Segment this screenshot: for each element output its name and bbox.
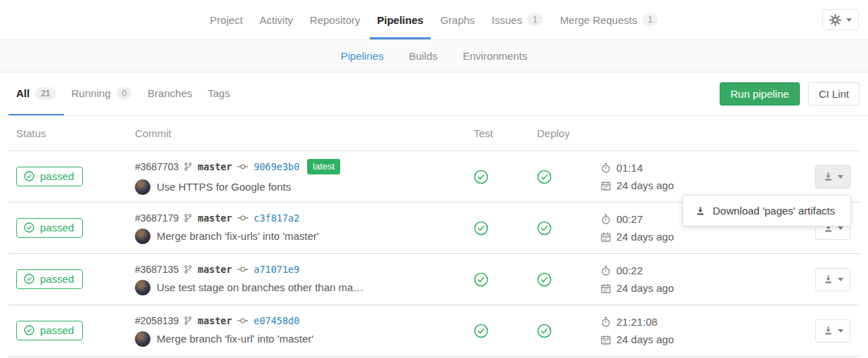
top-navigation: Project Activity Repository Pipelines Gr… (0, 0, 868, 39)
commit-cell: #3687135 master a71071e9 (135, 264, 464, 295)
status-badge[interactable]: passed (16, 167, 83, 186)
status-badge[interactable]: passed (16, 269, 83, 289)
branch-icon (184, 264, 192, 274)
duration-value: 01:14 (616, 162, 643, 174)
commit-cell: #2058139 master e07458d0 (135, 315, 464, 347)
pipeline-id-link[interactable]: #3687135 (135, 264, 179, 275)
age-line: 24 days ago (601, 282, 738, 294)
settings-dropdown-button[interactable] (822, 9, 859, 30)
pipelines-table-body: passed #3687703 master (0, 151, 868, 357)
branch-name-link[interactable]: master (197, 212, 232, 224)
stopwatch-icon (601, 265, 611, 276)
sub-nav-item[interactable]: Builds (405, 50, 442, 62)
run-pipeline-button[interactable]: Run pipeline (720, 82, 799, 106)
avatar[interactable] (135, 280, 150, 295)
pipelines-table-header: Status Commit Test Deploy (8, 116, 860, 151)
test-stage-passed-icon[interactable] (474, 324, 527, 338)
branch-icon (184, 162, 192, 172)
test-stage-passed-icon[interactable] (474, 170, 527, 184)
commit-icon (238, 163, 248, 170)
commit-sha-link[interactable]: e07458d0 (254, 315, 299, 326)
artifacts-dropdown-button[interactable] (815, 165, 850, 188)
toolbar-buttons: Run pipeline CI Lint (720, 72, 860, 115)
top-nav-item[interactable]: Issues 1 (484, 0, 551, 39)
top-nav-item[interactable]: Graphs (432, 0, 482, 39)
avatar[interactable] (135, 179, 150, 195)
status-cell: passed (8, 167, 135, 186)
top-nav-item[interactable]: Project (202, 0, 251, 39)
stopwatch-icon (601, 214, 611, 224)
filter-tab-label: Branches (148, 87, 192, 99)
ci-lint-button[interactable]: CI Lint (808, 82, 860, 106)
deploy-column-header: Deploy (527, 127, 590, 139)
download-icon (823, 326, 834, 335)
age-value: 24 days ago (616, 282, 674, 294)
deploy-stage-passed-icon[interactable] (537, 221, 590, 236)
time-cell: 00:22 24 days ago (590, 264, 738, 294)
commit-icon (238, 215, 248, 222)
sub-nav-item[interactable]: Environments (459, 50, 532, 62)
top-nav-item[interactable]: Pipelines (370, 0, 432, 39)
branch-name-link[interactable]: master (197, 264, 232, 275)
artifacts-dropdown-button[interactable] (815, 319, 850, 343)
pipeline-id-link[interactable]: #3687703 (135, 161, 179, 172)
status-check-circle-icon (24, 222, 34, 233)
avatar[interactable] (135, 229, 150, 244)
artifacts-dropdown-button[interactable] (815, 268, 850, 291)
status-cell: passed (8, 269, 135, 289)
status-badge[interactable]: passed (16, 218, 83, 238)
stopwatch-icon (601, 317, 611, 327)
deploy-stage-cell (527, 221, 590, 236)
commit-message-link[interactable]: Merge branch 'fix-url' into 'master' (157, 333, 313, 345)
pipeline-row: passed #2058139 master (8, 305, 860, 357)
duration-line: 21:21:08 (601, 316, 738, 328)
filter-tab-count: 21 (35, 87, 56, 100)
sub-nav-item[interactable]: Pipelines (337, 50, 388, 62)
time-cell: 01:14 24 days ago (590, 162, 738, 191)
nav-count-badge: 1 (642, 13, 659, 26)
avatar[interactable] (135, 331, 150, 347)
chevron-down-icon (846, 18, 852, 22)
commit-sha-link[interactable]: 9069e3b0 (254, 161, 299, 172)
commit-message-link[interactable]: Use HTTPS for Google fonts (157, 181, 291, 193)
test-stage-passed-icon[interactable] (474, 272, 527, 287)
commit-sha-link[interactable]: c3f817a2 (254, 212, 299, 224)
commit-sha-link[interactable]: a71071e9 (254, 264, 299, 275)
commit-column-header: Commit (135, 127, 464, 139)
deploy-stage-passed-icon[interactable] (537, 170, 590, 184)
gear-icon (829, 14, 841, 26)
top-nav-item[interactable]: Activity (252, 0, 301, 39)
test-stage-cell (464, 221, 527, 236)
top-nav-item-label: Repository (310, 14, 361, 26)
status-badge-label: passed (40, 273, 74, 285)
age-value: 24 days ago (616, 333, 674, 345)
download-artifacts-menu-item[interactable]: Download 'pages' artifacts (683, 200, 850, 221)
status-badge-label: passed (40, 222, 74, 234)
branch-name-link[interactable]: master (197, 315, 232, 326)
filter-tabs: All 21 Running 0 Branches Tags (8, 72, 238, 115)
top-nav-item[interactable]: Repository (302, 0, 368, 39)
status-badge[interactable]: passed (16, 321, 83, 340)
duration-line: 01:14 (601, 162, 738, 174)
duration-value: 21:21:08 (616, 316, 657, 328)
pipeline-id-link[interactable]: #2058139 (135, 315, 179, 326)
branch-name-link[interactable]: master (197, 161, 232, 172)
age-line: 24 days ago (601, 333, 738, 345)
filter-tab[interactable]: Running 0 (64, 72, 141, 115)
age-value: 24 days ago (616, 179, 674, 191)
commit-message-link[interactable]: Merge branch 'fix-urls' into 'master' (157, 230, 319, 242)
commit-message-link[interactable]: Use test stage on branches other than ma… (157, 281, 363, 293)
filter-tab-count: 0 (116, 87, 132, 100)
filter-tab[interactable]: Branches (140, 72, 200, 115)
top-nav-item[interactable]: Merge Requests 1 (552, 0, 666, 39)
status-column-header: Status (8, 127, 135, 139)
deploy-stage-passed-icon[interactable] (537, 272, 590, 287)
test-stage-passed-icon[interactable] (474, 221, 527, 236)
filter-tab-label: All (16, 87, 30, 99)
pipelines-sub-navigation: Pipelines Builds Environments (0, 39, 868, 72)
download-icon (823, 274, 834, 284)
pipeline-id-link[interactable]: #3687179 (135, 212, 179, 224)
filter-tab[interactable]: All 21 (8, 72, 64, 115)
filter-tab[interactable]: Tags (200, 72, 238, 115)
deploy-stage-passed-icon[interactable] (537, 324, 590, 338)
